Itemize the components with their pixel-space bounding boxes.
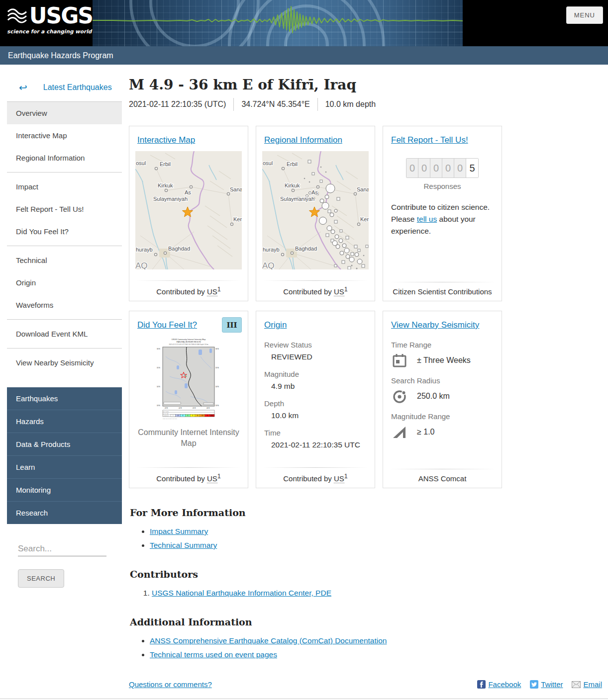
svg-text:33°N: 33°N — [215, 405, 219, 407]
sitenav-earthquakes[interactable]: Earthquakes — [7, 387, 122, 410]
regional-information-link[interactable]: Regional Information — [264, 135, 342, 145]
card-footer: Contributed by US1 — [262, 462, 369, 483]
search-radius-label: Search Radius — [391, 376, 496, 385]
calendar-icon — [392, 353, 407, 368]
regional-information-thumbnail[interactable]: osul Erbil Kirkuk As Sulaymaniyah Sana K… — [262, 151, 369, 269]
technical-terms-link[interactable]: Technical terms used on event pages — [150, 650, 277, 659]
card-origin: Origin Review Status REVIEWED Magnitude … — [256, 311, 375, 488]
back-arrow-icon[interactable]: ↩ — [19, 82, 27, 93]
intensity-badge: III — [222, 317, 242, 333]
time-value: 2021-02-11 22:10:35 UTC — [271, 440, 369, 449]
svg-text:Ker: Ker — [233, 216, 242, 222]
interactive-map-thumbnail[interactable]: osul Erbil Kirkuk As Sulaymaniyah Sana K… — [135, 151, 242, 269]
sidebar-item-waveforms[interactable]: Waveforms — [7, 294, 122, 316]
svg-text:44°E: 44°E — [179, 407, 182, 409]
sidebar-item-view-nearby-seismicity[interactable]: View Nearby Seismicity — [7, 351, 122, 374]
sidebar-item-did-you-feel-it[interactable]: Did You Feel It? — [7, 220, 122, 243]
card-interactive-map: Interactive Map — [129, 126, 248, 301]
sidebar: ↩ Latest Earthquakes Overview Interactiv… — [7, 65, 122, 689]
contributor-link[interactable]: US — [334, 474, 344, 483]
contributor-neic-link[interactable]: USGS National Earthquake Information Cen… — [152, 589, 331, 597]
usgs-wave-icon — [7, 7, 27, 24]
twitter-icon — [530, 680, 538, 689]
sitenav-data-products[interactable]: Data & Products — [7, 433, 122, 456]
did-you-feel-it-link[interactable]: Did You Feel It? — [137, 320, 197, 330]
svg-text:35°N: 35°N — [157, 367, 160, 369]
sidebar-item-technical[interactable]: Technical — [7, 249, 122, 271]
main-content: M 4.9 - 36 km E of Kifrī, Iraq 2021-02-1… — [129, 65, 602, 689]
search-button[interactable]: SEARCH — [18, 569, 64, 588]
search-input[interactable] — [18, 542, 106, 556]
latest-earthquakes-link[interactable]: Latest Earthquakes — [43, 83, 112, 92]
event-meta: 2021-02-11 22:10:35 (UTC) 34.724°N 45.35… — [129, 98, 602, 111]
svg-text:INTENSITY: INTENSITY — [163, 415, 170, 417]
email-link[interactable]: Email — [572, 680, 602, 689]
svg-text:2021-02-11 22:10:35 UTC M4.9 3: 2021-02-11 22:10:35 UTC M4.9 34.724N 45.… — [169, 344, 208, 346]
facebook-link[interactable]: Facebook — [477, 680, 521, 689]
twitter-link[interactable]: Twitter — [530, 680, 563, 689]
sitenav-learn[interactable]: Learn — [7, 456, 122, 479]
odometer-digit: 0 — [430, 159, 442, 177]
time-range-label: Time Range — [391, 341, 496, 349]
usgs-logo[interactable]: USGS science for a changing world — [0, 0, 93, 46]
dyfi-caption: Community Internet Intensity Map — [135, 427, 242, 449]
program-bar-title: Earthquake Hazards Program — [0, 46, 608, 65]
sidebar-item-interactive-map[interactable]: Interactive Map — [7, 124, 122, 147]
dyfi-intensity-map-thumbnail[interactable]: USGS Community Internet Intensity Map IR… — [156, 337, 221, 422]
svg-text:IX: IX — [206, 415, 208, 417]
svg-text:II-III: II-III — [177, 415, 179, 417]
felt-report-text: Contribute to citizen science. Please te… — [391, 201, 494, 237]
impact-summary-link[interactable]: Impact Summary — [150, 527, 208, 535]
responses-label: Responses — [389, 182, 496, 190]
menu-button[interactable]: MENU — [566, 6, 603, 24]
svg-text:33°N: 33°N — [157, 405, 160, 407]
svg-text:hurayb: hurayb — [263, 247, 280, 253]
sidebar-item-download-kml[interactable]: Download Event KML — [7, 323, 122, 345]
sitenav-hazards[interactable]: Hazards — [7, 410, 122, 433]
social-links: Facebook Twitter Email — [477, 680, 602, 689]
svg-text:VI: VI — [192, 415, 194, 417]
comcat-documentation-link[interactable]: ANSS Comprehensive Earthquake Catalog (C… — [150, 636, 387, 645]
review-status-value: REVIEWED — [271, 352, 369, 361]
svg-text:Erbil: Erbil — [160, 161, 171, 167]
svg-text:IV: IV — [182, 415, 184, 417]
card-felt-report: Felt Report - Tell Us! 0 0 0 0 0 5 Respo… — [383, 126, 502, 301]
sidebar-item-felt-report[interactable]: Felt Report - Tell Us! — [7, 198, 122, 220]
usgs-tagline: science for a changing world — [7, 28, 93, 34]
technical-summary-link[interactable]: Technical Summary — [150, 541, 217, 549]
svg-text:Erbil: Erbil — [287, 161, 298, 167]
site-header: USGS science for a changing world MENU — [0, 0, 608, 46]
sidebar-item-impact[interactable]: Impact — [7, 175, 122, 198]
svg-text:36°N: 36°N — [157, 348, 160, 350]
interactive-map-link[interactable]: Interactive Map — [137, 135, 195, 145]
sitenav-monitoring[interactable]: Monitoring — [7, 479, 122, 502]
event-coordinates: 34.724°N 45.354°E — [241, 100, 309, 109]
card-footer: Contributed by US1 — [135, 462, 242, 483]
responses-odometer: 0 0 0 0 0 5 — [406, 158, 479, 178]
tell-us-link[interactable]: tell us — [417, 215, 437, 223]
contributors-heading: Contributors — [130, 569, 602, 580]
svg-text:SHAKING: SHAKING — [163, 411, 169, 413]
sitenav-research[interactable]: Research — [7, 502, 122, 524]
radius-icon — [392, 389, 407, 404]
svg-text:43°E: 43°E — [165, 407, 168, 409]
event-depth: 10.0 km depth — [325, 100, 376, 109]
contributor-link[interactable]: US — [207, 474, 217, 483]
svg-text:Baghdad: Baghdad — [295, 246, 317, 252]
origin-link[interactable]: Origin — [264, 320, 287, 330]
sidebar-item-origin[interactable]: Origin — [7, 271, 122, 294]
contributor-link[interactable]: US — [207, 287, 217, 296]
sidebar-item-regional-information[interactable]: Regional Information — [7, 147, 122, 169]
depth-label: Depth — [264, 399, 369, 408]
contributor-link[interactable]: US — [334, 287, 344, 296]
felt-report-link[interactable]: Felt Report - Tell Us! — [391, 135, 468, 145]
svg-text:osul: osul — [136, 160, 146, 166]
questions-or-comments-link[interactable]: Questions or comments? — [129, 680, 212, 689]
back-to-latest-earthquakes[interactable]: ↩ Latest Earthquakes — [7, 82, 122, 102]
card-footer: Contributed by US1 — [135, 275, 242, 296]
svg-text:hurayb: hurayb — [136, 247, 153, 253]
svg-text:osul: osul — [263, 160, 273, 166]
svg-text:AQ: AQ — [262, 261, 275, 269]
view-nearby-seismicity-link[interactable]: View Nearby Seismicity — [391, 320, 479, 330]
sidebar-item-overview[interactable]: Overview — [7, 102, 122, 124]
